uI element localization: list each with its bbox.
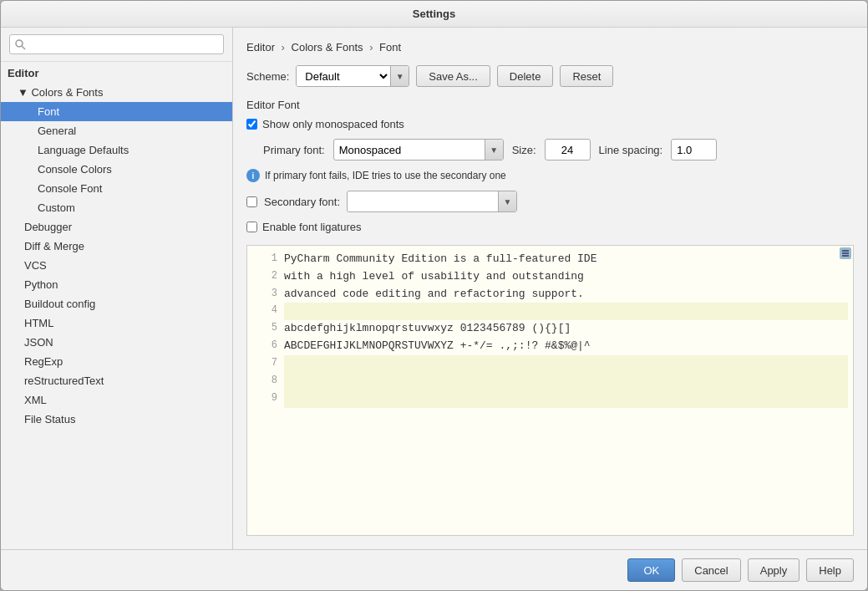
main-content: Editor › Colors & Fonts › Font Scheme: D… — [233, 28, 867, 549]
preview-line: 2with a high level of usability and outs… — [284, 268, 848, 286]
sidebar-item-regexp[interactable]: RegExp — [1, 352, 232, 371]
line-text: advanced code editing and refactoring su… — [284, 286, 584, 303]
preview-area: 1PyCharm Community Edition is a full-fea… — [246, 245, 854, 536]
scheme-dropdown-icon[interactable]: ▼ — [390, 66, 409, 86]
line-number: 4 — [252, 303, 277, 318]
help-button[interactable]: Help — [806, 558, 854, 582]
info-row: i If primary font fails, IDE tries to us… — [246, 169, 854, 182]
sidebar-item-file-status[interactable]: File Status — [1, 410, 232, 429]
secondary-font-input[interactable] — [348, 191, 498, 211]
sidebar-item-vcs[interactable]: VCS — [1, 256, 232, 275]
sidebar-item-console-font[interactable]: Console Font — [1, 179, 232, 198]
preview-line: 1PyCharm Community Edition is a full-fea… — [284, 251, 848, 268]
sidebar-item-debugger[interactable]: Debugger — [1, 217, 232, 237]
delete-button[interactable]: Delete — [497, 65, 554, 87]
breadcrumb-font: Font — [379, 41, 401, 53]
breadcrumb-editor: Editor — [246, 41, 275, 53]
monospaced-checkbox[interactable] — [246, 119, 257, 130]
line-text: abcdefghijklmnopqrstuvwxyz 0123456789 ()… — [284, 320, 571, 338]
ok-button[interactable]: OK — [627, 558, 675, 582]
preview-line: 9 — [284, 390, 848, 408]
dialog-title: Settings — [1, 1, 867, 28]
scheme-select-wrap[interactable]: Default Darcula High Contrast ▼ — [296, 65, 409, 87]
sidebar-item-diff-merge[interactable]: Diff & Merge — [1, 237, 232, 256]
preview-lines: 1PyCharm Community Edition is a full-fea… — [247, 246, 853, 413]
cancel-button[interactable]: Cancel — [682, 558, 740, 582]
breadcrumb-sep2: › — [369, 41, 376, 53]
line-number: 1 — [252, 251, 277, 267]
ligatures-label[interactable]: Enable font ligatures — [262, 221, 362, 233]
line-text: with a high level of usability and outst… — [284, 268, 584, 286]
preview-line: 5abcdefghijklmnopqrstuvwxyz 0123456789 (… — [284, 320, 848, 338]
dialog-body: Editor▼ Colors & FontsFontGeneralLanguag… — [1, 28, 867, 549]
line-number: 3 — [252, 286, 277, 302]
line-number: 9 — [252, 390, 277, 406]
apply-button[interactable]: Apply — [748, 558, 800, 582]
line-number: 5 — [252, 320, 277, 336]
preview-line: 8 — [284, 373, 848, 390]
line-text — [284, 303, 291, 320]
sidebar-item-colors-fonts[interactable]: ▼ Colors & Fonts — [1, 83, 232, 102]
primary-font-dropdown-icon[interactable]: ▼ — [485, 140, 503, 160]
secondary-font-row: Secondary font: ▼ — [246, 191, 854, 212]
sidebar-item-json[interactable]: JSON — [1, 333, 232, 352]
preview-line: 6ABCDEFGHIJKLMNOPQRSTUVWXYZ +-*/= .,;:!?… — [284, 338, 848, 355]
line-text — [284, 390, 291, 408]
sidebar-item-restructuredtext[interactable]: reStructuredText — [1, 371, 232, 390]
line-number: 6 — [252, 338, 277, 354]
preview-line: 3advanced code editing and refactoring s… — [284, 286, 848, 303]
line-number: 8 — [252, 373, 277, 389]
breadcrumb-colors-fonts: Colors & Fonts — [292, 41, 363, 53]
sidebar-item-general[interactable]: General — [1, 121, 232, 140]
sidebar-item-console-colors[interactable]: Console Colors — [1, 160, 232, 179]
font-controls-row: Primary font: ▼ Size: Line spacing: — [246, 139, 854, 160]
secondary-font-label[interactable]: Secondary font: — [264, 196, 340, 208]
sidebar-item-custom[interactable]: Custom — [1, 198, 232, 217]
primary-font-label: Primary font: — [263, 144, 325, 156]
sidebar-item-editor[interactable]: Editor — [1, 64, 232, 83]
line-number: 2 — [252, 268, 277, 284]
dialog-footer: OK Cancel Apply Help — [1, 549, 867, 590]
size-input[interactable] — [545, 139, 591, 160]
breadcrumb-sep1: › — [282, 41, 288, 53]
line-text: ABCDEFGHIJKLMNOPQRSTUVWXYZ +-*/= .,;:!? … — [284, 338, 591, 355]
search-input[interactable] — [9, 34, 224, 54]
editor-font-title: Editor Font — [246, 99, 854, 111]
search-box — [1, 28, 232, 62]
preview-line: 7 — [284, 355, 848, 373]
size-label: Size: — [512, 144, 536, 156]
line-text: PyCharm Community Edition is a full-feat… — [284, 251, 596, 268]
monospaced-checkbox-row: Show only monospaced fonts — [246, 118, 854, 130]
reset-button[interactable]: Reset — [560, 65, 613, 87]
sidebar-item-xml[interactable]: XML — [1, 390, 232, 410]
scheme-select[interactable]: Default Darcula High Contrast — [297, 66, 390, 86]
ligatures-row: Enable font ligatures — [246, 221, 854, 233]
scheme-row: Scheme: Default Darcula High Contrast ▼ … — [246, 65, 854, 87]
sidebar-item-html[interactable]: HTML — [1, 313, 232, 333]
nav-section: Editor▼ Colors & FontsFontGeneralLanguag… — [1, 62, 232, 431]
sidebar-item-font[interactable]: Font — [1, 102, 232, 121]
ligatures-checkbox[interactable] — [246, 222, 257, 232]
line-text — [284, 373, 291, 390]
sidebar-item-python[interactable]: Python — [1, 275, 232, 294]
line-text — [284, 355, 291, 373]
settings-dialog: Settings Editor▼ Colors & FontsFontGener… — [0, 0, 868, 591]
breadcrumb: Editor › Colors & Fonts › Font — [246, 41, 854, 53]
secondary-font-select-wrap[interactable]: ▼ — [347, 191, 517, 212]
sidebar-item-buildout-config[interactable]: Buildout config — [1, 294, 232, 313]
secondary-font-dropdown-icon[interactable]: ▼ — [498, 191, 516, 211]
spacing-label: Line spacing: — [599, 144, 663, 156]
sidebar-item-language-defaults[interactable]: Language Defaults — [1, 140, 232, 160]
monospaced-label[interactable]: Show only monospaced fonts — [262, 118, 404, 130]
preview-line: 4 — [284, 303, 848, 320]
save-as-button[interactable]: Save As... — [416, 65, 490, 87]
line-spacing-input[interactable] — [671, 139, 717, 160]
scheme-label: Scheme: — [246, 70, 289, 83]
primary-font-input[interactable] — [334, 140, 485, 160]
info-icon: i — [246, 169, 260, 182]
sidebar: Editor▼ Colors & FontsFontGeneralLanguag… — [1, 28, 233, 549]
info-text: If primary font fails, IDE tries to use … — [265, 170, 506, 181]
line-number: 7 — [252, 355, 277, 371]
secondary-font-checkbox[interactable] — [246, 196, 257, 207]
primary-font-select-wrap[interactable]: ▼ — [333, 139, 504, 160]
